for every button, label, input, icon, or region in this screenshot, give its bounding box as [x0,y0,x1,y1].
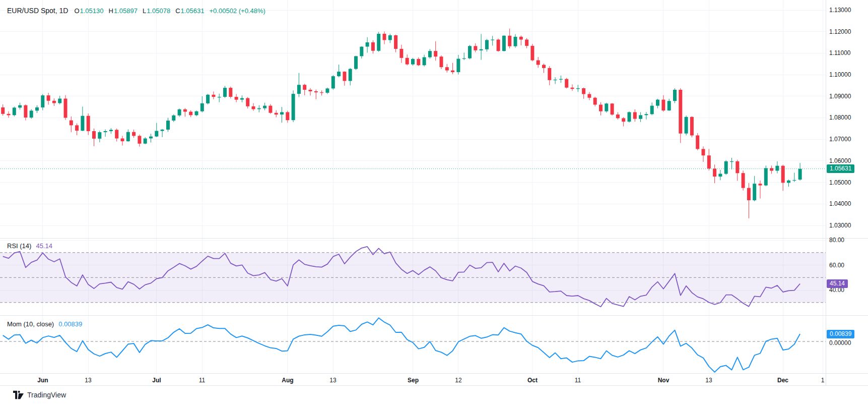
time-axis-label: Jun [37,376,48,384]
price-axis-label: 1.05000 [829,179,867,187]
mom-value-badge: 0.00839 [827,330,854,338]
time-axis-label: Oct [527,376,538,384]
time-axis-label: Jul [152,376,161,384]
time-axis-label: 13 [329,376,336,384]
time-axis-label: 11 [199,376,205,384]
price-axis-label: 1.09000 [829,92,867,100]
price-change: +0.00502 (+0.48%) [210,7,265,15]
price-axis-label: 1.06000 [829,157,867,165]
price-axis-label: 1.10000 [829,71,867,79]
ohlc-low: L1.05078 [143,7,170,15]
time-axis-label: Aug [282,376,293,384]
chart-canvas[interactable] [0,0,868,405]
symbol-title: EUR/USD Spot, 1D [7,7,68,15]
ohlc-open: O1.05130 [74,7,103,15]
time-axis-label: 11 [575,376,581,384]
rsi-legend[interactable]: RSI (14) 45.14 [7,242,52,250]
mom-legend[interactable]: Mom (10, close) 0.00839 [7,320,82,328]
tradingview-chart-widget: EUR/USD Spot, 1D O1.05130 H1.05897 L1.05… [0,0,868,405]
ohlc-close: C1.05631 [175,7,204,15]
mom-label: Mom (10, close) [7,320,54,328]
price-axis-label: 1.04000 [829,200,867,208]
brand-text: TradingView [27,391,66,399]
time-axis-label: 13 [85,376,91,384]
rsi-value: 45.14 [36,242,52,250]
time-axis-label: 12 [455,376,461,384]
symbol-legend[interactable]: EUR/USD Spot, 1D O1.05130 H1.05897 L1.05… [7,7,265,15]
rsi-label: RSI (14) [7,242,31,250]
ohlc-high: H1.05897 [109,7,138,15]
price-axis-label: 1.11000 [829,49,867,57]
tradingview-logo-icon [13,390,24,399]
last-price-badge: 1.05631 [827,164,854,173]
price-axis-label: 1.13000 [829,6,867,14]
time-axis-label: Nov [658,376,670,384]
price-axis-label: 1.12000 [829,28,867,36]
price-axis-label: 1.08000 [829,113,867,122]
mom-value: 0.00839 [58,320,82,328]
time-axis-label: Sep [408,376,419,384]
rsi-axis-label: 80.00 [829,236,867,244]
price-axis-label: 1.03000 [829,221,867,229]
mom-axis-label: 0.00000 [829,339,867,347]
time-axis-label: 13 [705,376,712,384]
tradingview-attribution[interactable]: TradingView [13,390,66,399]
price-axis-label: 1.07000 [829,135,867,143]
time-axis-label: Dec [777,376,788,384]
time-axis-label: 1 [821,376,825,384]
rsi-value-badge: 45.14 [827,279,848,288]
rsi-axis-label: 60.00 [829,261,867,269]
